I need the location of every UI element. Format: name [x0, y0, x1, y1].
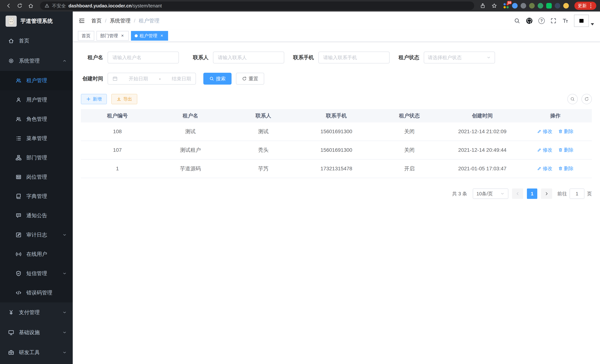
menu-list-icon	[16, 135, 21, 141]
sidebar-item-menu[interactable]: 菜单管理	[0, 129, 73, 148]
extension-icon[interactable]	[546, 3, 552, 9]
home-icon	[8, 38, 14, 44]
filter-row-2: 创建时间 开始日期 - 结束日期 搜索 重置	[81, 73, 592, 84]
browser-menu-icon[interactable]	[589, 3, 593, 8]
column-header: 租户名	[154, 112, 227, 119]
sidebar-item-online[interactable]: 在线用户	[0, 244, 73, 264]
filter-row-1: 租户名 联系人 联系手机 租户状态 请选择租户状态	[81, 52, 592, 64]
extension-icon[interactable]	[521, 3, 526, 9]
post-badge-icon	[16, 174, 21, 180]
filter-phone: 联系手机	[292, 52, 390, 64]
font-size-icon[interactable]	[562, 18, 568, 24]
notice-chat-icon	[16, 213, 21, 219]
fullscreen-icon[interactable]	[550, 18, 557, 24]
date-range-picker[interactable]: 开始日期 - 结束日期	[108, 73, 196, 84]
update-label: 更新	[578, 3, 587, 9]
sidebar-item-user[interactable]: 用户管理	[0, 90, 73, 110]
close-icon[interactable]: ×	[120, 33, 125, 38]
extension-icon[interactable]	[555, 3, 560, 9]
sidebar-item-home[interactable]: 首页	[0, 31, 73, 51]
page-size-select[interactable]: 10条/页	[473, 188, 508, 199]
tab-tenant[interactable]: 租户管理 ×	[131, 31, 168, 41]
close-icon[interactable]: ×	[159, 33, 164, 38]
sidebar-item-infrastructure[interactable]: 基础设施	[0, 322, 73, 343]
refresh-table-button[interactable]	[581, 94, 592, 104]
status-label: 租户状态	[397, 54, 419, 61]
pagination-goto-input[interactable]	[570, 188, 584, 199]
breadcrumb: 首页 / 系统管理 / 租户管理	[91, 17, 159, 24]
pagination-next-button[interactable]	[541, 188, 552, 199]
create-time-label: 创建时间	[81, 75, 103, 82]
sidebar-item-notice[interactable]: 通知公告	[0, 206, 73, 225]
browser-home-button[interactable]	[26, 1, 36, 10]
delete-link[interactable]: 删除	[558, 128, 573, 135]
extension-icon[interactable]	[538, 3, 543, 9]
sidebar-item-devtools[interactable]: 研发工具	[0, 343, 73, 363]
sidebar-item-payment[interactable]: 支付管理	[0, 302, 73, 322]
cell-actions: 修改 删除	[519, 147, 592, 154]
sidebar-item-dept[interactable]: 部门管理	[0, 148, 73, 167]
pagination-prev-button[interactable]	[512, 188, 523, 199]
date-end-placeholder[interactable]: 结束日期	[172, 75, 191, 82]
status-select[interactable]: 请选择租户状态	[424, 52, 495, 64]
sidebar-item-audit[interactable]: 审计日志	[0, 225, 73, 244]
browser-reload-button[interactable]	[15, 1, 25, 10]
filter-create-time: 创建时间 开始日期 - 结束日期	[81, 73, 196, 84]
refresh-icon	[242, 76, 247, 81]
address-bar[interactable]: 不安全 dashboard.yudao.iocoder.cn/system/te…	[40, 1, 474, 10]
pagination: 共 3 条 10条/页 1 前往 页	[81, 188, 592, 199]
tenant-name-input[interactable]	[108, 52, 179, 64]
breadcrumb-item-system[interactable]: 系统管理	[110, 17, 131, 24]
sidebar-toggle-icon[interactable]	[79, 18, 85, 24]
add-button[interactable]: 新增	[81, 94, 107, 104]
export-button[interactable]: 导出	[111, 94, 137, 104]
table-header-row: 租户编号 租户名 联系人 联系手机 租户状态 创建时间 操作	[81, 109, 592, 122]
extension-badge: 10	[507, 1, 512, 4]
breadcrumb-item-home[interactable]: 首页	[91, 17, 102, 24]
avatar[interactable]	[574, 15, 589, 27]
bookmark-star-icon[interactable]	[490, 1, 498, 10]
browser-update-button[interactable]: 更新	[574, 2, 596, 10]
extension-icon[interactable]	[529, 3, 535, 9]
cell-status: 开启	[373, 165, 446, 172]
sidebar-item-sms[interactable]: 短信管理	[0, 264, 73, 283]
search-button[interactable]: 搜索	[203, 73, 232, 84]
audit-log-icon	[16, 232, 21, 238]
date-start-placeholder[interactable]: 开始日期	[129, 75, 148, 82]
sidebar-item-system[interactable]: 系统管理	[0, 51, 73, 71]
sidebar-item-post[interactable]: 岗位管理	[0, 167, 73, 187]
extensions-cluster: 10	[503, 3, 569, 9]
goto-suffix: 页	[587, 191, 592, 197]
github-icon[interactable]	[526, 17, 533, 24]
edit-link[interactable]: 修改	[537, 147, 552, 153]
sidebar-item-role[interactable]: 角色管理	[0, 110, 73, 129]
browser-back-button[interactable]	[4, 1, 13, 10]
edit-link[interactable]: 修改	[537, 165, 552, 172]
share-icon[interactable]	[479, 1, 487, 10]
help-icon[interactable]: ?	[538, 18, 545, 24]
dictionary-book-icon	[16, 193, 21, 199]
sidebar-item-errorcode[interactable]: 错误码管理	[0, 283, 73, 302]
devtools-toolbox-icon	[8, 350, 14, 355]
sidebar-item-dict[interactable]: 字典管理	[0, 187, 73, 206]
search-icon[interactable]	[514, 18, 520, 24]
sidebar-menu: 首页 系统管理 租户管理 用户管理	[0, 31, 73, 363]
user-menu[interactable]	[574, 15, 594, 27]
extension-icon[interactable]	[563, 3, 569, 9]
sidebar-item-tenant[interactable]: 租户管理	[0, 71, 73, 90]
browser-actions: 10 更新	[479, 1, 596, 10]
contact-input[interactable]	[213, 52, 284, 64]
delete-link[interactable]: 删除	[558, 147, 573, 153]
phone-input[interactable]	[318, 52, 390, 64]
edit-link[interactable]: 修改	[537, 128, 552, 135]
delete-link[interactable]: 删除	[558, 165, 573, 172]
cell-tenant-name: 芋道源码	[154, 165, 227, 172]
pagination-page-1[interactable]: 1	[527, 188, 537, 199]
toggle-search-button[interactable]	[567, 94, 578, 104]
extensions-menu-icon[interactable]: 10	[503, 3, 509, 9]
reset-button[interactable]: 重置	[236, 73, 264, 84]
extension-icon[interactable]	[512, 3, 518, 9]
security-label[interactable]: 不安全	[52, 3, 66, 9]
tab-home[interactable]: 首页	[78, 31, 94, 41]
tab-dept[interactable]: 部门管理 ×	[96, 31, 129, 41]
